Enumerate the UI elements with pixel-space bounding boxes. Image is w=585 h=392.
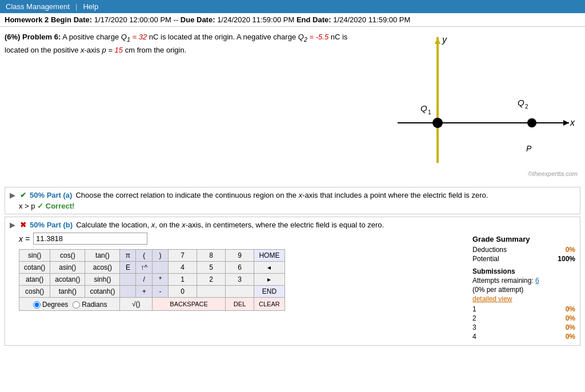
calc-right-arrow[interactable]: ▸ (254, 274, 285, 286)
sub-val-2: 0% (566, 314, 575, 322)
calc-cotanh[interactable]: cotanh() (85, 286, 120, 298)
calc-5[interactable]: 5 (197, 262, 226, 274)
calc-4[interactable]: 4 (169, 262, 197, 274)
calc-empty5 (226, 286, 254, 298)
problem-text: (6%) Problem 6: A positive charge Q1 = 3… (5, 31, 358, 180)
deductions-row: Deductions 0% (472, 246, 575, 254)
calc-left-arrow[interactable]: ◂ (254, 262, 285, 274)
nav-help[interactable]: Help (83, 2, 98, 11)
calc-empty1 (153, 262, 169, 274)
attempts-line: Attempts remaining: 6 (472, 277, 575, 285)
calc-minus[interactable]: - (153, 286, 169, 298)
part-b-header: ▶ ✖ 50% Part (b) Calculate the location,… (10, 221, 575, 229)
nav-class-management[interactable]: Class Management (6, 2, 70, 11)
calc-multiply[interactable]: * (153, 274, 169, 286)
calc-sin[interactable]: sin() (19, 250, 50, 262)
degrees-text: Degrees (42, 301, 68, 309)
grade-summary: Grade Summary Deductions 0% Potential 10… (472, 235, 575, 263)
radians-text: Radians (82, 301, 107, 309)
part-a-section: ▶ ✔ 50% Part (a) Choose the correct rela… (5, 187, 580, 214)
svg-text:Q: Q (420, 103, 427, 113)
sub-row-3: 3 0% (472, 323, 575, 331)
calc-divide[interactable]: / (136, 274, 153, 286)
calc-2[interactable]: 2 (197, 274, 226, 286)
top-navigation: Class Management | Help (0, 0, 585, 13)
x-label: x = (19, 234, 30, 243)
calc-clear[interactable]: CLEAR (254, 298, 285, 311)
calc-pi[interactable]: π (120, 250, 136, 262)
svg-text:Q: Q (518, 98, 524, 107)
radians-label[interactable]: Radians (73, 301, 107, 309)
calc-9[interactable]: 9 (226, 250, 254, 262)
potential-label: Potential (472, 255, 499, 263)
per-attempt-line: (0% per attempt) (472, 286, 575, 294)
calc-sinh[interactable]: sinh() (85, 274, 120, 286)
degrees-label[interactable]: Degrees (33, 301, 68, 309)
sub-row-1: 1 0% (472, 305, 575, 313)
calc-6[interactable]: 6 (226, 262, 254, 274)
submissions: Submissions Attempts remaining: 6 (0% pe… (472, 267, 575, 341)
calc-3[interactable]: 3 (226, 274, 254, 286)
calc-asin[interactable]: asin() (50, 262, 85, 274)
calc-1[interactable]: 1 (169, 274, 197, 286)
calc-del[interactable]: DEL (226, 298, 254, 311)
calc-close-paren[interactable]: ) (153, 250, 169, 262)
degrees-radio[interactable] (33, 301, 41, 309)
attempts-value[interactable]: 6 (535, 277, 539, 285)
x-input[interactable]: 11.3818 (33, 233, 147, 245)
calc-cosh[interactable]: cosh() (19, 286, 50, 298)
sub-num-2: 2 (472, 314, 476, 322)
calc-7[interactable]: 7 (169, 250, 197, 262)
calc-acos[interactable]: acos() (85, 262, 120, 274)
diagram-area: y x P Q 1 Q 2 ©theexpertta.com (363, 31, 580, 180)
svg-text:1: 1 (428, 109, 431, 115)
calc-cotan[interactable]: cotan() (19, 262, 50, 274)
detailed-view-link[interactable]: detailed view (472, 295, 575, 303)
part-b-description: Calculate the location, x, on the x-axis… (76, 221, 384, 229)
radians-radio[interactable] (73, 301, 80, 309)
calc-tanh[interactable]: tanh() (50, 286, 85, 298)
sub-num-3: 3 (472, 323, 476, 331)
calc-plus[interactable]: + (136, 286, 153, 298)
calc-end[interactable]: END (254, 286, 285, 298)
svg-point-10 (527, 118, 536, 127)
part-b-section: ▶ ✖ 50% Part (b) Calculate the location,… (5, 217, 580, 346)
calc-atan[interactable]: atan() (19, 274, 50, 286)
calc-sqrt[interactable]: √() (120, 298, 153, 311)
part-a-check-icon: ✔ (20, 191, 26, 199)
homework-header: Homework 2 Begin Date: 1/17/2020 12:00:0… (0, 13, 585, 27)
part-b-right: Grade Summary Deductions 0% Potential 10… (472, 233, 575, 342)
problem-area: (6%) Problem 6: A positive charge Q1 = 3… (0, 27, 585, 185)
svg-point-7 (432, 118, 443, 128)
x-input-row: x = 11.3818 (19, 233, 467, 245)
per-attempt: (0% per attempt) (472, 286, 523, 294)
deductions-value: 0% (552, 246, 575, 254)
calc-empty3 (120, 286, 136, 298)
part-b-play-icon: ▶ (10, 221, 15, 229)
calc-open-paren[interactable]: ( (136, 250, 153, 262)
calc-cos[interactable]: cos() (50, 250, 85, 262)
calc-tan[interactable]: tan() (85, 250, 120, 262)
calc-home[interactable]: HOME (254, 250, 285, 262)
sub-row-2: 2 0% (472, 314, 575, 322)
calc-e[interactable]: E (120, 262, 136, 274)
calc-0[interactable]: 0 (169, 286, 197, 298)
calc-uparrow[interactable]: ↑^ (136, 262, 153, 274)
grade-summary-title: Grade Summary (472, 235, 575, 243)
part-a-header: ▶ ✔ 50% Part (a) Choose the correct rela… (10, 191, 575, 199)
calc-8[interactable]: 8 (197, 250, 226, 262)
hw-title: Homework 2 (5, 15, 49, 24)
deductions-label: Deductions (472, 246, 507, 254)
calc-backspace[interactable]: BACKSPACE (153, 298, 226, 311)
calc-empty2 (120, 274, 136, 286)
calc-acotan[interactable]: acotan() (50, 274, 85, 286)
svg-text:P: P (526, 144, 532, 153)
part-a-value: x > p (19, 202, 35, 210)
submission-rows: 1 0% 2 0% 3 0% 4 0% (472, 305, 575, 341)
calculator: sin() cos() tan() π ( ) 7 8 9 HOME cotan… (19, 249, 285, 311)
part-b-left: x = 11.3818 sin() cos() tan() π ( ) 7 8 … (10, 233, 467, 342)
submissions-title: Submissions (472, 267, 575, 275)
svg-text:y: y (442, 35, 447, 45)
part-b-label: 50% Part (b) (30, 221, 73, 229)
part-b-content: x = 11.3818 sin() cos() tan() π ( ) 7 8 … (10, 233, 575, 342)
